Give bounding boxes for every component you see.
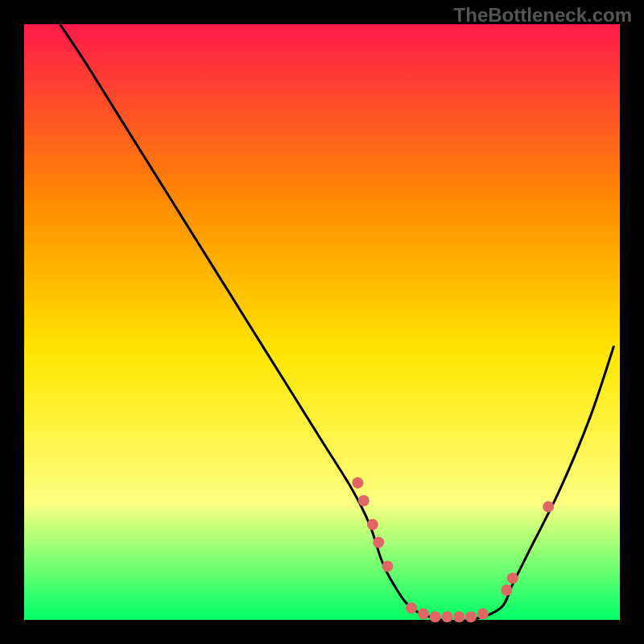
watermark-text: TheBottleneck.com (454, 4, 632, 27)
data-marker (507, 572, 518, 584)
data-marker (418, 609, 429, 620)
data-marker (373, 537, 384, 548)
data-marker (430, 611, 441, 622)
data-marker (406, 602, 417, 613)
data-marker (367, 519, 378, 530)
data-marker (453, 611, 464, 622)
data-marker (465, 611, 477, 622)
data-marker (382, 560, 393, 572)
data-marker (352, 477, 363, 489)
data-marker (501, 584, 512, 596)
data-marker (358, 495, 369, 506)
data-marker (441, 611, 452, 622)
chart-container: TheBottleneck.com (0, 0, 644, 644)
data-marker (543, 501, 554, 512)
plot-area (24, 24, 620, 620)
data-marker (477, 609, 489, 620)
bottleneck-chart (0, 0, 644, 644)
